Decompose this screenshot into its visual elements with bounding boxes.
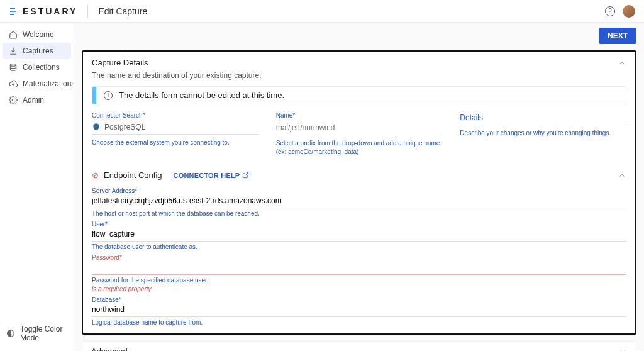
sidebar: Welcome Captures Collections Materializa… — [0, 23, 74, 351]
page-title: Edit Capture — [98, 6, 147, 16]
divider — [87, 4, 88, 18]
chevron-down-icon — [618, 347, 627, 352]
server-address-label: Server Address* — [92, 187, 626, 194]
password-field: Password* Password for the specified dat… — [92, 254, 626, 292]
database-input[interactable] — [92, 303, 626, 317]
connector-search-field: Connector Search* PostgreSQL Choose the … — [92, 112, 258, 157]
connector-help-link[interactable]: CONNECTOR HELP — [174, 172, 250, 179]
connector-value[interactable]: PostgreSQL — [92, 121, 258, 135]
sidebar-item-collections[interactable]: Collections — [3, 59, 71, 75]
gear-icon — [9, 96, 18, 104]
avatar[interactable] — [623, 5, 635, 18]
server-address-input[interactable] — [92, 194, 626, 208]
svg-point-1 — [12, 99, 14, 101]
capture-details-subtitle: The name and destination of your existin… — [92, 71, 626, 80]
toggle-color-mode[interactable]: Toggle Color Mode — [0, 318, 74, 351]
sidebar-item-label: Materializations — [23, 79, 75, 88]
password-label: Password* — [92, 254, 626, 261]
database-help: Logical database name to capture from. — [92, 319, 626, 326]
theme-icon — [6, 329, 15, 338]
user-field: User* The database user to authenticate … — [92, 221, 626, 250]
next-button[interactable]: NEXT — [599, 28, 636, 44]
info-banner-text: The details form cannot be edited at thi… — [119, 91, 284, 100]
capture-details-title: Capture Details — [92, 58, 148, 67]
sidebar-item-materializations[interactable]: Materializations — [3, 75, 71, 92]
database-field: Database* Logical database name to captu… — [92, 296, 626, 326]
warning-icon: ⊘ — [92, 171, 99, 179]
brand-text: ESTUARY — [23, 6, 77, 16]
password-input[interactable] — [92, 261, 626, 275]
download-icon — [9, 47, 18, 55]
user-input[interactable] — [92, 228, 626, 242]
details-label[interactable]: Details — [460, 112, 626, 125]
connector-help: Choose the external system you're connec… — [92, 138, 258, 147]
postgresql-icon — [92, 123, 101, 131]
advanced-accordion[interactable]: Advanced — [82, 341, 636, 351]
capture-details-card: Capture Details The name and destination… — [82, 50, 636, 335]
server-address-help: The host or host:port at which the datab… — [92, 210, 626, 217]
cloud-up-icon — [9, 79, 18, 88]
main-content: NEXT Capture Details The name and destin… — [74, 23, 644, 351]
sidebar-item-label: Admin — [23, 96, 44, 104]
database-label: Database* — [92, 296, 626, 303]
details-help: Describe your changes or why you're chan… — [460, 129, 626, 138]
sidebar-item-label: Collections — [23, 63, 60, 72]
connector-label: Connector Search* — [92, 112, 258, 119]
sidebar-item-captures[interactable]: Captures — [3, 43, 71, 59]
name-field: Name* Select a prefix from the drop-down… — [276, 112, 443, 157]
details-field: Details Describe your changes or why you… — [460, 112, 626, 157]
info-icon: i — [104, 91, 113, 100]
svg-line-3 — [245, 172, 248, 176]
sidebar-item-admin[interactable]: Admin — [3, 92, 71, 108]
chevron-up-icon[interactable] — [618, 171, 626, 180]
stack-icon — [9, 63, 18, 72]
name-label: Name* — [276, 112, 443, 119]
toggle-color-label: Toggle Color Mode — [20, 325, 67, 342]
svg-point-0 — [10, 64, 16, 67]
home-icon — [9, 30, 18, 39]
name-input[interactable] — [276, 121, 443, 135]
user-label: User* — [92, 221, 626, 228]
sidebar-item-label: Captures — [23, 47, 53, 55]
endpoint-title: Endpoint Config — [104, 170, 162, 180]
sidebar-item-label: Welcome — [23, 30, 54, 39]
sidebar-item-welcome[interactable]: Welcome — [3, 26, 71, 43]
sidebar-nav: Welcome Captures Collections Materializa… — [0, 23, 74, 108]
info-banner: i The details form cannot be edited at t… — [92, 86, 626, 104]
topbar: ESTUARY Edit Capture ? — [0, 0, 644, 23]
chevron-up-icon[interactable] — [618, 58, 626, 67]
password-error: is a required property — [92, 286, 626, 292]
server-address-field: Server Address* The host or host:port at… — [92, 187, 626, 217]
brand-logo[interactable]: ESTUARY — [9, 6, 77, 16]
help-icon[interactable]: ? — [605, 6, 615, 16]
logo-mark-icon — [9, 6, 19, 16]
endpoint-config-header: ⊘ Endpoint Config CONNECTOR HELP — [92, 170, 626, 180]
password-help: Password for the specified database user… — [92, 277, 626, 284]
advanced-label: Advanced — [91, 347, 128, 351]
user-help: The database user to authenticate as. — [92, 243, 626, 250]
external-link-icon — [242, 172, 249, 179]
name-help: Select a prefix from the drop-down and a… — [276, 139, 443, 157]
